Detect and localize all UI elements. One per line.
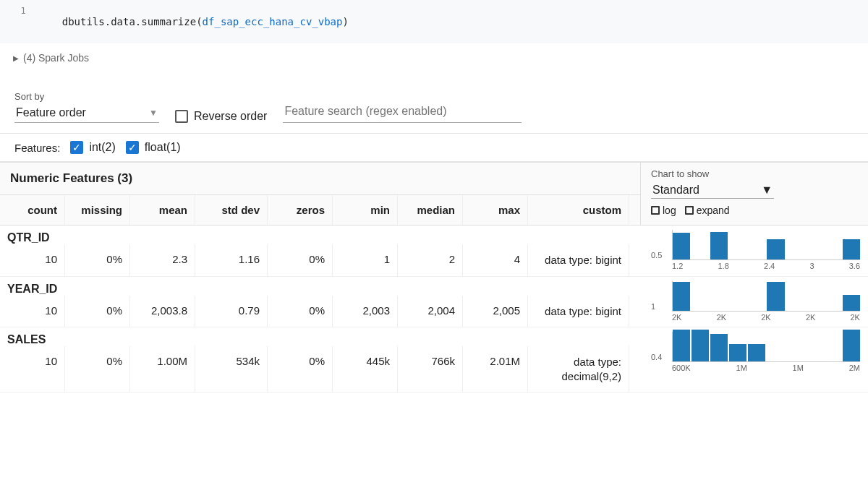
feature-search-input[interactable] bbox=[283, 102, 522, 123]
int-filter-checkbox[interactable]: ✓ int(2) bbox=[70, 141, 115, 154]
x-axis: 600K1M1M2M bbox=[672, 362, 860, 372]
histogram: 12K2K2K2K2K bbox=[640, 277, 868, 327]
histogram-bar bbox=[767, 282, 784, 311]
expand-checkbox[interactable]: expand bbox=[685, 205, 730, 216]
chart-to-show-label: Chart to show bbox=[651, 168, 859, 179]
reverse-label: Reverse order bbox=[194, 110, 267, 123]
sort-by-dropdown[interactable]: Feature order ▼ bbox=[14, 103, 159, 123]
histogram-bar bbox=[673, 282, 690, 311]
histogram-bar bbox=[843, 239, 860, 259]
cell-median: 2,004 bbox=[398, 296, 463, 327]
cell-custom: data type: bigint bbox=[528, 244, 629, 276]
checkbox-empty-icon bbox=[175, 110, 188, 123]
cell-missing: 0% bbox=[65, 346, 130, 392]
x-tick: 1.2 bbox=[672, 262, 683, 270]
cell-mean: 1.00M bbox=[130, 346, 195, 392]
x-axis: 1.21.82.433.6 bbox=[672, 260, 860, 270]
col-missing[interactable]: missing bbox=[65, 195, 130, 225]
x-tick: 1M bbox=[793, 364, 804, 372]
y-axis-label: 1 bbox=[651, 302, 655, 311]
code-content: dbutils.data.summarize(df_sap_ecc_hana_c… bbox=[38, 4, 349, 39]
sort-by-value: Feature order bbox=[16, 106, 86, 119]
histogram: 0.4600K1M1M2M bbox=[640, 327, 868, 392]
x-tick: 1M bbox=[736, 364, 747, 372]
feature-name: SALES bbox=[0, 327, 640, 346]
cell-max: 4 bbox=[463, 244, 528, 276]
cell-count: 10 bbox=[0, 244, 65, 276]
checkbox-checked-icon: ✓ bbox=[126, 141, 139, 154]
cell-custom: data type: bigint bbox=[528, 296, 629, 327]
histogram-bar bbox=[767, 239, 784, 259]
code-cell[interactable]: 1 dbutils.data.summarize(df_sap_ecc_hana… bbox=[0, 0, 868, 43]
feature-name: YEAR_ID bbox=[0, 277, 640, 296]
col-count[interactable]: count bbox=[0, 195, 65, 225]
table-row: YEAR_ID100%2,003.80.790%2,0032,0042,005d… bbox=[0, 277, 868, 328]
cell-median: 766k bbox=[398, 346, 463, 392]
spark-jobs-label: (4) Spark Jobs bbox=[23, 52, 89, 64]
x-axis: 2K2K2K2K2K bbox=[672, 312, 860, 322]
reverse-order-checkbox[interactable]: Reverse order bbox=[175, 110, 267, 123]
cell-missing: 0% bbox=[65, 296, 130, 327]
caret-right-icon: ▶ bbox=[13, 54, 19, 62]
x-tick: 2K bbox=[851, 313, 860, 322]
x-tick: 600K bbox=[672, 364, 691, 372]
checkbox-empty-icon bbox=[685, 206, 694, 215]
histogram-bar bbox=[710, 334, 728, 361]
cell-mean: 2.3 bbox=[130, 244, 195, 276]
x-tick: 1.8 bbox=[718, 262, 728, 270]
x-tick: 2K bbox=[806, 313, 815, 322]
cell-zeros: 0% bbox=[268, 346, 333, 392]
checkbox-empty-icon bbox=[651, 206, 660, 215]
histogram-bar bbox=[673, 233, 690, 259]
float-filter-checkbox[interactable]: ✓ float(1) bbox=[126, 141, 181, 154]
caret-down-icon: ▼ bbox=[149, 108, 158, 118]
histogram-bar bbox=[729, 344, 746, 361]
histogram-bar bbox=[843, 295, 860, 311]
cell-mean: 2,003.8 bbox=[130, 296, 195, 327]
cell-median: 2 bbox=[398, 244, 463, 276]
col-median[interactable]: median bbox=[398, 195, 463, 225]
col-max[interactable]: max bbox=[463, 195, 528, 225]
cell-stddev: 0.79 bbox=[195, 296, 268, 327]
float-filter-label: float(1) bbox=[145, 141, 181, 154]
histogram-bar bbox=[692, 330, 709, 361]
x-tick: 2M bbox=[849, 364, 860, 372]
chart-type-dropdown[interactable]: Standard ▼ bbox=[651, 182, 774, 199]
col-mean[interactable]: mean bbox=[130, 195, 195, 225]
cell-max: 2.01M bbox=[463, 346, 528, 392]
histogram-bar bbox=[748, 344, 765, 361]
cell-min: 1 bbox=[333, 244, 398, 276]
cell-min: 445k bbox=[333, 346, 398, 392]
x-tick: 2K bbox=[761, 313, 770, 322]
cell-zeros: 0% bbox=[268, 244, 333, 276]
cell-zeros: 0% bbox=[268, 296, 333, 327]
checkbox-checked-icon: ✓ bbox=[70, 141, 83, 154]
y-axis-label: 0.4 bbox=[651, 353, 662, 361]
sort-by-label: Sort by bbox=[14, 91, 159, 102]
int-filter-label: int(2) bbox=[89, 141, 115, 154]
log-checkbox[interactable]: log bbox=[651, 205, 676, 216]
y-axis-label: 0.5 bbox=[651, 251, 662, 259]
col-custom[interactable]: custom bbox=[528, 195, 629, 225]
histogram-bar bbox=[843, 330, 860, 361]
col-min[interactable]: min bbox=[333, 195, 398, 225]
col-stddev[interactable]: std dev bbox=[195, 195, 268, 225]
x-tick: 2.4 bbox=[764, 262, 775, 270]
cell-max: 2,005 bbox=[463, 296, 528, 327]
x-tick: 3.6 bbox=[849, 262, 860, 270]
chart-type-value: Standard bbox=[652, 184, 699, 197]
col-zeros[interactable]: zeros bbox=[268, 195, 333, 225]
histogram-bar bbox=[710, 232, 728, 259]
cell-count: 10 bbox=[0, 296, 65, 327]
table-row: QTR_ID100%2.31.160%124data type: bigint0… bbox=[0, 226, 868, 277]
histogram: 0.51.21.82.433.6 bbox=[640, 226, 868, 276]
feature-name: QTR_ID bbox=[0, 226, 640, 244]
caret-down-icon: ▼ bbox=[761, 184, 773, 197]
cell-count: 10 bbox=[0, 346, 65, 392]
spark-jobs-toggle[interactable]: ▶ (4) Spark Jobs bbox=[13, 52, 855, 64]
code-line-number: 1 bbox=[9, 6, 38, 16]
table-row: SALES100%1.00M534k0%445k766k2.01Mdata ty… bbox=[0, 327, 868, 392]
x-tick: 2K bbox=[672, 313, 681, 322]
cell-custom: data type: decimal(9,2) bbox=[528, 346, 629, 392]
cell-missing: 0% bbox=[65, 244, 130, 276]
